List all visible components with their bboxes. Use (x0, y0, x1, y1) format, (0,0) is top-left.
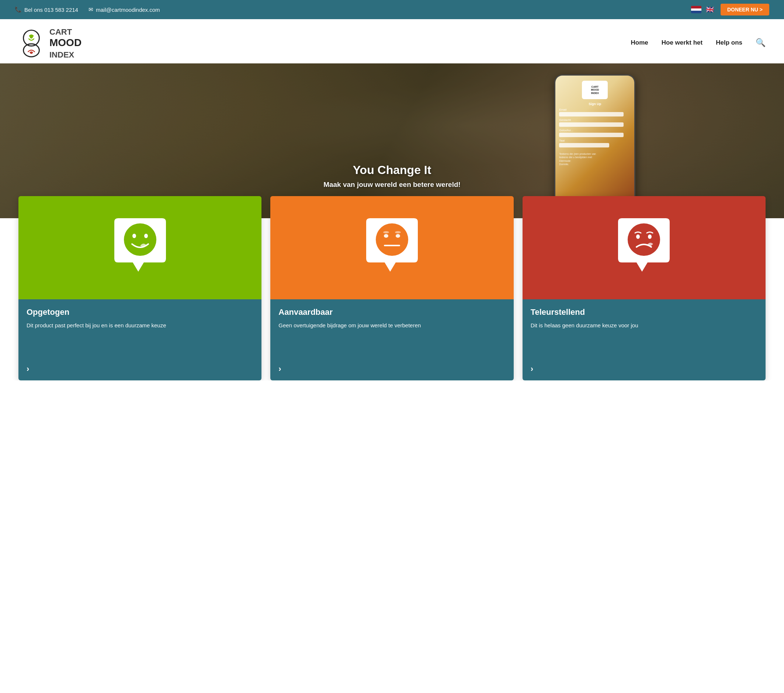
card-title-teleurstellend: Teleurstellend (530, 308, 758, 317)
logo-icon (18, 28, 44, 58)
svg-point-2 (30, 36, 33, 39)
card-opgetogen: Opgetogen Dit product past perfect bij j… (18, 196, 262, 380)
svg-point-6 (376, 223, 408, 256)
topbar-right: 🇬🇧 DONEER NU > (691, 4, 769, 15)
search-icon[interactable]: 🔍 (756, 38, 766, 48)
email-label: mail@cartmoodindex.com (96, 7, 160, 13)
logo-line3: INDEX (49, 50, 74, 59)
header: CART MOOD INDEX Home Hoe werkt het Help … (0, 19, 784, 63)
nav: Home Hoe werkt het Help ons 🔍 (631, 38, 766, 48)
card-arrow-opgetogen[interactable]: › (26, 364, 254, 374)
phone-contact: 📞 Bel ons 013 583 2214 (15, 6, 78, 13)
svg-point-7 (384, 234, 388, 238)
hero-text-area: You Change It Maak van jouw wereld een b… (282, 163, 502, 189)
svg-point-3 (124, 223, 156, 256)
card-bottom-aanvaardbaar: Aanvaardbaar Geen overtuigende bijdrage … (270, 299, 513, 380)
lang-en-flag[interactable]: 🇬🇧 (706, 6, 716, 13)
hero-title: You Change It (282, 163, 502, 177)
svg-point-5 (144, 234, 148, 238)
cards-section: Opgetogen Dit product past perfect bij j… (0, 196, 784, 380)
topbar: 📞 Bel ons 013 583 2214 ✉ mail@cartmoodin… (0, 0, 784, 19)
donate-button[interactable]: DONEER NU > (721, 4, 769, 15)
card-desc-opgetogen: Dit product past perfect bij jou en is e… (26, 321, 254, 357)
card-arrow-teleurstellend[interactable]: › (530, 364, 758, 374)
card-arrow-aanvaardbaar[interactable]: › (278, 364, 505, 374)
svg-point-8 (396, 234, 400, 238)
card-top-teleurstellend (522, 196, 766, 299)
happy-face-icon (110, 218, 170, 277)
card-bottom-opgetogen: Opgetogen Dit product past perfect bij j… (18, 299, 262, 380)
svg-point-13 (636, 234, 640, 239)
email-icon: ✉ (89, 6, 93, 13)
svg-point-11 (395, 231, 401, 233)
svg-point-10 (383, 231, 389, 233)
lang-nl-flag[interactable] (691, 6, 702, 13)
nav-how[interactable]: Hoe werkt het (662, 39, 703, 46)
card-teleurstellend: Teleurstellend Dit is helaas geen duurza… (522, 196, 766, 380)
card-title-opgetogen: Opgetogen (26, 308, 254, 317)
svg-point-4 (132, 234, 136, 238)
sad-face-icon (614, 218, 674, 277)
phone-icon: 📞 (15, 6, 22, 13)
phone-logo: CARTMOODINDEX (582, 81, 608, 99)
email-contact: ✉ mail@cartmoodindex.com (89, 6, 160, 13)
nav-home[interactable]: Home (631, 39, 648, 46)
card-top-aanvaardbaar (270, 196, 513, 299)
hero-phone: CARTMOODINDEX Sign Up Email Geslacht Gel… (554, 74, 636, 214)
svg-point-14 (648, 234, 652, 239)
neutral-face-icon (362, 218, 422, 277)
topbar-contact-area: 📞 Bel ons 013 583 2214 ✉ mail@cartmoodin… (15, 6, 160, 13)
svg-point-12 (628, 223, 660, 256)
hero-section: CARTMOODINDEX Sign Up Email Geslacht Gel… (0, 63, 784, 218)
card-top-opgetogen (18, 196, 262, 299)
nav-help[interactable]: Help ons (716, 39, 742, 46)
card-desc-teleurstellend: Dit is helaas geen duurzame keuze voor j… (530, 321, 758, 357)
logo-line1: CART (49, 27, 72, 36)
card-aanvaardbaar: Aanvaardbaar Geen overtuigende bijdrage … (270, 196, 513, 380)
hero-subtitle: Maak van jouw wereld een betere wereld! (282, 181, 502, 189)
logo-line2: MOOD (49, 37, 81, 48)
logo-text: CART MOOD INDEX (49, 26, 81, 60)
card-desc-aanvaardbaar: Geen overtuigende bijdrage om jouw werel… (278, 321, 505, 357)
card-title-aanvaardbaar: Aanvaardbaar (278, 308, 505, 317)
phone-label: Bel ons 013 583 2214 (24, 7, 78, 13)
logo-area: CART MOOD INDEX (18, 26, 81, 60)
card-bottom-teleurstellend: Teleurstellend Dit is helaas geen duurza… (522, 299, 766, 380)
